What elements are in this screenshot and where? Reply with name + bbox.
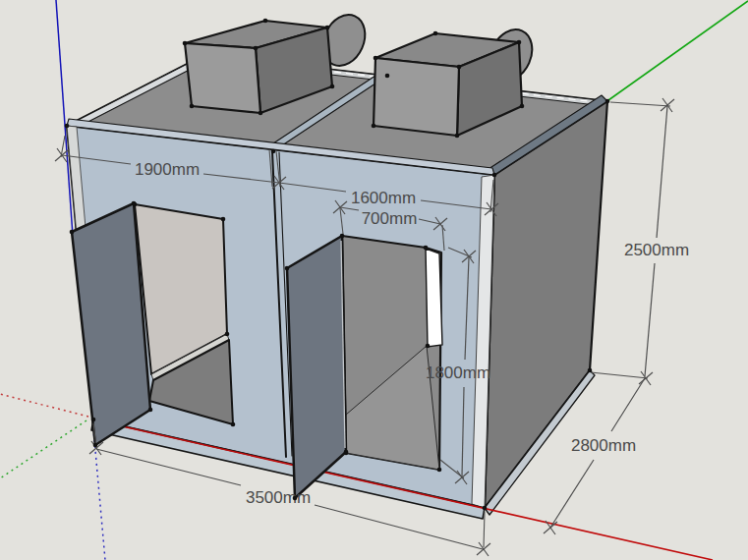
doorway-highlight xyxy=(426,249,442,347)
unit-left-front[interactable] xyxy=(185,43,260,113)
dim-label-overall-width[interactable]: 3500mm xyxy=(246,488,311,507)
dim-label-right-bay-width[interactable]: 1600mm xyxy=(351,189,416,207)
dim-label-door-height[interactable]: 1800mm xyxy=(426,364,490,382)
dim-label-overall-height[interactable]: 2500mm xyxy=(624,241,689,259)
right-door[interactable] xyxy=(287,236,346,498)
modeling-viewport[interactable]: 1900mm 1600mm 700mm 1800mm 2500mm 2800mm… xyxy=(0,0,748,560)
dim-label-overall-depth[interactable]: 2800mm xyxy=(571,436,636,455)
unit-right-front[interactable] xyxy=(374,58,459,136)
dim-label-left-bay-width[interactable]: 1900mm xyxy=(135,160,200,179)
right-doorway[interactable] xyxy=(342,236,442,470)
dim-label-door-width[interactable]: 700mm xyxy=(362,209,418,228)
